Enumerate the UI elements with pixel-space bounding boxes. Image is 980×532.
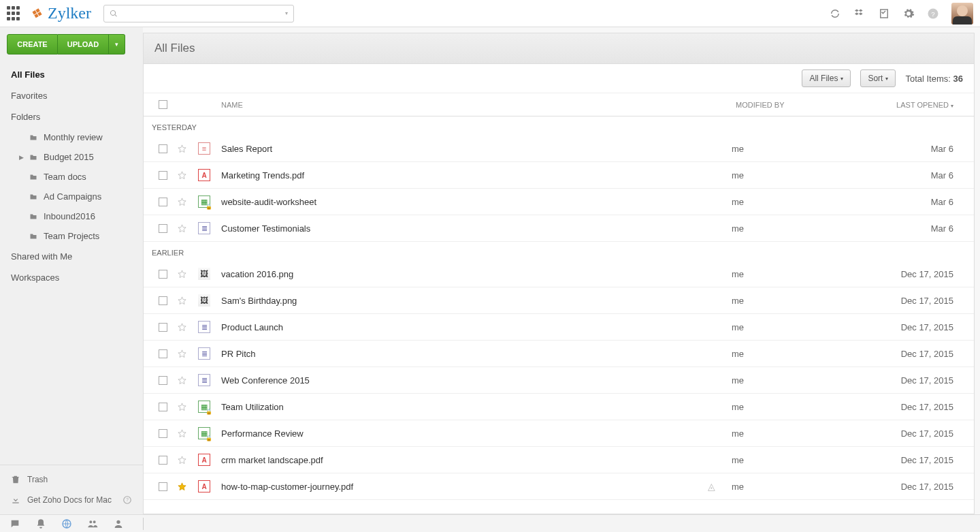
row-checkbox[interactable] <box>159 171 167 180</box>
row-checkbox[interactable] <box>159 296 167 305</box>
file-name[interactable]: Performance Review <box>221 428 691 439</box>
expand-icon[interactable]: ▶ <box>19 154 24 161</box>
sidebar-folder[interactable]: Inbound2016 <box>0 206 143 226</box>
tasks-icon[interactable] <box>878 7 890 20</box>
file-row[interactable]: PR PitchmeDec 17, 2015 <box>144 341 974 367</box>
col-name[interactable]: NAME <box>221 101 691 109</box>
file-name[interactable]: Sales Report <box>221 144 691 154</box>
favorite-star[interactable] <box>176 170 187 181</box>
favorite-star[interactable] <box>176 295 187 306</box>
row-checkbox[interactable] <box>159 198 167 206</box>
row-checkbox[interactable] <box>159 456 167 465</box>
upload-more-button[interactable]: ▾ <box>109 34 125 54</box>
sidebar-folder[interactable]: Team docs <box>0 167 143 187</box>
sort-dropdown[interactable]: Sort▾ <box>860 69 896 87</box>
favorite-star[interactable] <box>176 143 187 154</box>
file-row[interactable]: Team UtilizationmeDec 17, 2015 <box>144 394 974 420</box>
caret-icon: ▾ <box>840 76 843 82</box>
upload-button[interactable]: UPLOAD <box>58 34 109 54</box>
favorite-star[interactable] <box>176 481 187 492</box>
select-all-checkbox[interactable] <box>159 100 167 109</box>
sidebar-item[interactable]: All Files <box>0 64 143 85</box>
file-row[interactable]: crm market landscape.pdfmeDec 17, 2015 <box>144 447 974 473</box>
file-name[interactable]: Team Utilization <box>221 402 691 412</box>
col-opened[interactable]: LAST OPENED ▾ <box>840 101 963 109</box>
filter-dropdown[interactable]: All Files▾ <box>802 69 851 87</box>
contacts-icon[interactable] <box>87 518 98 529</box>
sync-icon[interactable] <box>829 7 841 20</box>
file-row[interactable]: Sam's Birthday.pngmeDec 17, 2015 <box>144 287 974 314</box>
toolbar: All Files▾ Sort▾ Total Items: 36 <box>144 64 974 93</box>
row-checkbox[interactable] <box>159 144 167 153</box>
favorite-star[interactable] <box>176 428 187 439</box>
trash-icon <box>11 475 20 484</box>
file-name[interactable]: Product Launch <box>221 322 691 332</box>
sidebar-trash[interactable]: Trash <box>0 469 143 490</box>
file-name[interactable]: PR Pitch <box>221 349 691 359</box>
sidebar-folder[interactable]: Monthly review <box>0 127 143 147</box>
file-row[interactable]: Customer TestimonialsmeMar 6 <box>144 215 974 242</box>
sidebar-item[interactable]: Folders <box>0 106 143 127</box>
favorite-star[interactable] <box>176 223 187 234</box>
sidebar-folder[interactable]: ▶Budget 2015 <box>0 147 143 167</box>
file-row[interactable]: how-to-map-customer-journey.pdf◬meDec 17… <box>144 473 974 500</box>
brand-logo[interactable]: ❖ Zylker <box>31 4 91 22</box>
favorite-star[interactable] <box>176 196 187 207</box>
row-checkbox[interactable] <box>159 224 167 233</box>
file-name[interactable]: Marketing Trends.pdf <box>221 170 691 181</box>
app-launcher-icon[interactable] <box>7 6 22 21</box>
sidebar-item[interactable]: Shared with Me <box>0 246 143 267</box>
search-input[interactable] <box>122 9 285 18</box>
info-icon[interactable]: ? <box>122 495 132 505</box>
help-icon[interactable]: ? <box>927 7 939 20</box>
favorite-star[interactable] <box>176 348 187 359</box>
file-row[interactable]: Marketing Trends.pdfmeMar 6 <box>144 162 974 189</box>
sidebar-item[interactable]: Workspaces <box>0 267 143 288</box>
row-checkbox[interactable] <box>159 270 167 279</box>
file-row[interactable]: Performance ReviewmeDec 17, 2015 <box>144 420 974 447</box>
file-name[interactable]: crm market landscape.pdf <box>221 455 691 465</box>
favorite-star[interactable] <box>176 454 187 465</box>
last-opened: Dec 17, 2015 <box>840 428 963 439</box>
row-checkbox[interactable] <box>159 403 167 411</box>
person-icon[interactable] <box>113 518 124 529</box>
row-checkbox[interactable] <box>159 323 167 332</box>
favorite-star[interactable] <box>176 375 187 386</box>
sidebar-item[interactable]: Favorites <box>0 85 143 106</box>
file-name[interactable]: vacation 2016.png <box>221 269 691 279</box>
sidebar-folder[interactable]: Ad Campaigns <box>0 187 143 206</box>
row-checkbox[interactable] <box>159 482 167 491</box>
folder-label: Monthly review <box>44 132 103 142</box>
modified-by: me <box>732 296 840 306</box>
row-checkbox[interactable] <box>159 429 167 438</box>
settings-icon[interactable] <box>902 7 915 20</box>
favorite-star[interactable] <box>176 268 187 279</box>
file-name[interactable]: how-to-map-customer-journey.pdf <box>221 482 691 492</box>
dropbox-icon[interactable] <box>853 7 866 20</box>
file-row[interactable]: Web Conference 2015meDec 17, 2015 <box>144 367 974 394</box>
last-opened: Mar 6 <box>840 197 963 207</box>
globe-icon[interactable] <box>61 518 72 529</box>
row-checkbox[interactable] <box>159 376 167 385</box>
file-name[interactable]: Web Conference 2015 <box>221 375 691 386</box>
notification-icon[interactable] <box>35 518 46 529</box>
file-row[interactable]: Sales ReportmeMar 6 <box>144 136 974 162</box>
file-name[interactable]: website-audit-worksheet <box>221 197 691 207</box>
search-box[interactable]: ▾ <box>103 5 294 22</box>
file-row[interactable]: website-audit-worksheetmeMar 6 <box>144 189 974 215</box>
user-avatar[interactable] <box>951 3 973 25</box>
file-name[interactable]: Customer Testimonials <box>221 223 691 234</box>
file-name[interactable]: Sam's Birthday.png <box>221 296 691 306</box>
favorite-star[interactable] <box>176 322 187 332</box>
chat-icon[interactable] <box>10 518 20 529</box>
col-modified[interactable]: MODIFIED BY <box>732 101 840 109</box>
file-row[interactable]: vacation 2016.pngmeDec 17, 2015 <box>144 261 974 287</box>
file-row[interactable]: Product LaunchmeDec 17, 2015 <box>144 314 974 341</box>
sidebar-folder[interactable]: Team Projects <box>0 226 143 246</box>
create-button[interactable]: CREATE <box>7 34 58 54</box>
search-dropdown-caret[interactable]: ▾ <box>285 10 288 16</box>
row-checkbox[interactable] <box>159 349 167 358</box>
sidebar-get-mac[interactable]: Get Zoho Docs for Mac ? <box>0 490 143 510</box>
last-opened: Dec 17, 2015 <box>840 322 963 332</box>
favorite-star[interactable] <box>176 401 187 412</box>
